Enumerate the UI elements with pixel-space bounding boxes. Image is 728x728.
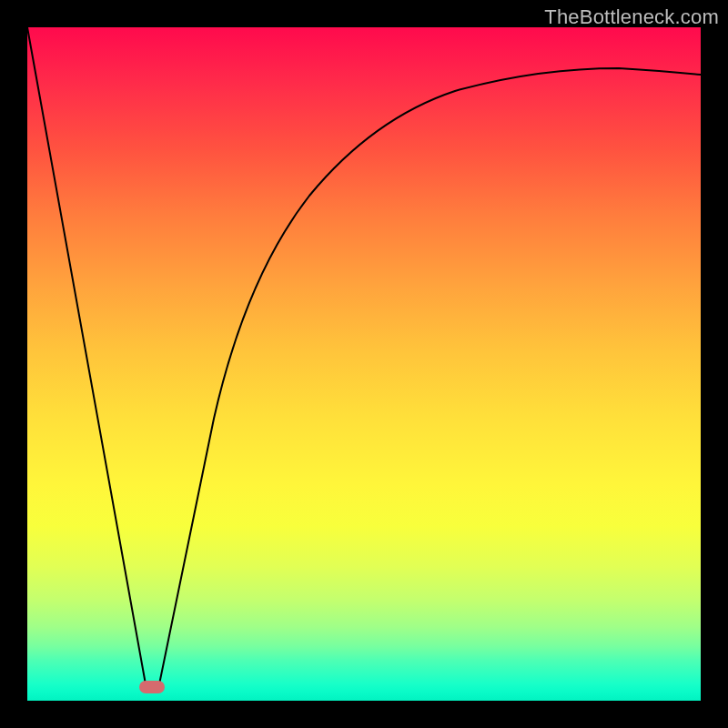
minimum-marker [139,681,165,693]
chart-frame: TheBottleneck.com [0,0,728,728]
curve-left-limb [27,27,146,684]
curve-right-limb [159,68,701,684]
bottleneck-curve [27,27,701,701]
plot-area [27,27,701,701]
watermark-text: TheBottleneck.com [544,5,719,29]
